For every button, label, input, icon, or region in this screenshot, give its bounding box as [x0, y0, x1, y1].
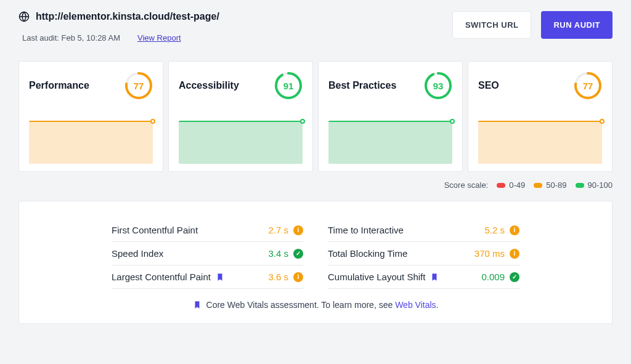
bookmark-icon	[193, 301, 202, 309]
switch-url-button[interactable]: SWITCH URL	[452, 11, 532, 39]
metric-row: Cumulative Layout Shift 0.009✓	[328, 265, 519, 289]
score-value: 93	[424, 71, 452, 100]
metric-label: Largest Contentful Paint	[112, 272, 211, 282]
web-vitals-link[interactable]: Web Vitals	[395, 300, 436, 310]
trend-sparkline	[328, 121, 452, 164]
metric-label: First Contentful Paint	[112, 225, 198, 235]
metric-value: 0.009	[481, 272, 505, 282]
last-audit-label: Last audit: Feb 5, 10:28 AM	[22, 33, 120, 42]
bookmark-icon	[430, 273, 439, 281]
score-gauge: 91	[274, 71, 303, 100]
trend-sparkline	[179, 121, 303, 164]
score-gauge: 77	[574, 71, 602, 100]
score-scale: Score scale: 0-49 50-89 90-100	[18, 180, 613, 190]
metric-value: 3.4 s	[268, 248, 288, 259]
metric-value: 5.2 s	[484, 225, 505, 235]
status-icon: i	[293, 272, 303, 282]
score-card-performance[interactable]: Performance 77	[18, 61, 163, 172]
metric-value: 2.7 s	[268, 225, 288, 235]
score-gauge: 93	[424, 71, 452, 100]
trend-sparkline	[29, 121, 153, 164]
header: http://elementor.kinsta.cloud/test-page/…	[18, 11, 613, 42]
metric-label: Time to Interactive	[328, 225, 404, 235]
page-url: http://elementor.kinsta.cloud/test-page/	[36, 11, 219, 22]
url-row: http://elementor.kinsta.cloud/test-page/	[18, 11, 452, 22]
score-card-accessibility[interactable]: Accessibility 91	[168, 61, 313, 172]
metric-row: Speed Index 3.4 s✓	[112, 242, 303, 265]
card-title: SEO	[478, 80, 499, 91]
scale-orange: 50-89	[534, 180, 566, 190]
metric-value: 3.6 s	[268, 272, 288, 282]
score-value: 77	[574, 71, 602, 100]
status-icon: i	[510, 249, 519, 259]
score-card-seo[interactable]: SEO 77	[468, 61, 613, 172]
bookmark-icon	[216, 273, 224, 281]
scale-label: Score scale:	[444, 180, 489, 190]
status-icon: ✓	[293, 249, 303, 259]
card-title: Performance	[29, 80, 89, 91]
score-gauge: 77	[124, 71, 153, 100]
core-web-vitals-note: Core Web Vitals assessment. To learn mor…	[112, 300, 519, 310]
metric-value: 370 ms	[474, 248, 505, 259]
metrics-panel: First Contentful Paint 2.7 si Speed Inde…	[18, 201, 613, 324]
score-value: 91	[274, 71, 303, 100]
card-title: Accessibility	[179, 80, 239, 91]
globe-icon	[18, 11, 30, 22]
score-cards: Performance 77 Accessibility 91	[18, 61, 613, 172]
scale-green: 90-100	[576, 180, 613, 190]
score-value: 77	[124, 71, 153, 100]
run-audit-button[interactable]: RUN AUDIT	[541, 11, 613, 39]
card-title: Best Practices	[328, 80, 396, 91]
metric-row: Time to Interactive 5.2 si	[328, 219, 519, 242]
metric-label: Total Blocking Time	[328, 248, 407, 259]
score-card-best-practices[interactable]: Best Practices 93	[318, 61, 463, 172]
status-icon: i	[510, 225, 519, 235]
metric-row: Total Blocking Time 370 msi	[328, 242, 519, 265]
trend-sparkline	[478, 121, 602, 164]
status-icon: i	[293, 225, 303, 235]
metric-label: Speed Index	[112, 248, 163, 259]
view-report-link[interactable]: View Report	[137, 33, 181, 42]
metric-row: Largest Contentful Paint 3.6 si	[112, 265, 303, 289]
metric-label: Cumulative Layout Shift	[328, 272, 425, 282]
scale-red: 0-49	[497, 180, 525, 190]
metric-row: First Contentful Paint 2.7 si	[112, 219, 303, 242]
status-icon: ✓	[510, 272, 519, 282]
